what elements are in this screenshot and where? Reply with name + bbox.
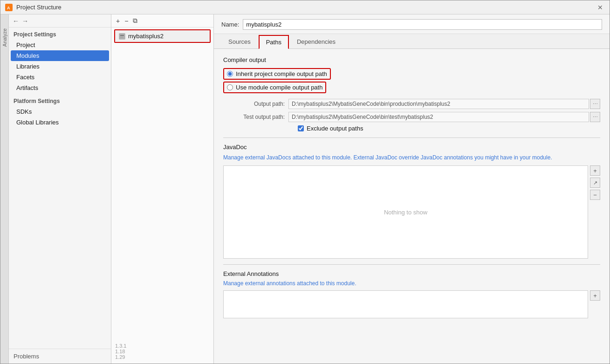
title-bar-left: A Project Structure [5,4,62,11]
javadoc-list-area: Nothing to show + ↗ − [223,165,600,259]
content-area: Analyze ← → Project Settings Project Mod… [0,14,610,364]
project-settings-label: Project Settings [9,27,111,40]
close-button[interactable]: ✕ [596,4,605,11]
output-path-row: Output path: ⋯ [223,99,600,109]
back-arrow[interactable]: ← [13,17,19,25]
version-1: 1.3.1 [115,343,210,349]
module-name: mybatisplus2 [128,33,164,40]
javadoc-link-button[interactable]: ↗ [590,178,600,188]
javadoc-section: JavaDoc Manage external JavaDocs attache… [223,144,600,259]
output-path-label: Output path: [233,101,288,107]
module-icon [119,33,125,40]
tab-paths[interactable]: Paths [259,35,289,49]
platform-settings-label: Platform Settings [9,93,111,106]
test-output-path-browse[interactable]: ⋯ [590,112,600,122]
external-annotations-description: Manage external annotations attached to … [223,280,600,287]
test-output-path-input[interactable] [288,112,589,122]
sidebar-item-global-libraries[interactable]: Global Libraries [9,117,111,128]
javadoc-buttons: + ↗ − [590,165,600,259]
divider-1 [223,137,600,138]
output-path-input[interactable] [288,99,589,109]
radio-use-module-row: Use module compile output path [223,82,326,93]
title-bar: A Project Structure ✕ [0,0,610,14]
javadoc-description: Manage external JavaDocs attached to thi… [223,153,600,162]
sidebar-item-facets[interactable]: Facets [9,72,111,82]
sidebar-item-project[interactable]: Project [9,40,111,50]
ext-ann-buttons: + [590,290,600,318]
ext-ann-add-button[interactable]: + [590,290,600,301]
svg-rect-3 [120,35,124,36]
name-label: Name: [221,21,239,28]
window-title: Project Structure [16,4,62,11]
test-output-path-row: Test output path: ⋯ [223,112,600,122]
sidebar-item-libraries[interactable]: Libraries [9,61,111,72]
problems-label[interactable]: Problems [14,353,106,360]
javadoc-list: Nothing to show [223,165,588,259]
module-list-toolbar: + − ⧉ [111,14,213,27]
svg-text:A: A [7,6,10,10]
nav-arrows: ← → [9,14,111,27]
javadoc-title: JavaDoc [223,144,600,151]
exclude-checkbox-row: Exclude output paths [223,125,600,132]
version-3: 1.29 [115,354,210,360]
ext-ann-list [223,290,588,318]
tab-sources[interactable]: Sources [221,35,258,48]
output-path-browse[interactable]: ⋯ [590,99,600,109]
forward-arrow[interactable]: → [22,17,28,25]
tab-dependencies[interactable]: Dependencies [290,35,343,48]
project-structure-window: A Project Structure ✕ Analyze ← → Projec… [0,0,610,364]
radio-group: Inherit project compile output path Use … [223,68,600,93]
sidebar: ← → Project Settings Project Modules Lib… [9,14,111,364]
exclude-checkbox[interactable] [298,125,304,131]
name-row: Name: [214,14,610,34]
radio-use-module-input[interactable] [227,84,233,90]
test-output-path-label: Test output path: [233,114,288,120]
tabs-row: Sources Paths Dependencies [214,34,610,49]
javadoc-add-button[interactable]: + [590,165,600,176]
sidebar-item-artifacts[interactable]: Artifacts [9,82,111,93]
radio-inherit-input[interactable] [227,71,233,77]
copy-module-button[interactable]: ⧉ [132,17,138,25]
svg-rect-2 [119,34,125,39]
analyze-label[interactable]: Analyze [2,28,7,47]
main-panel: Name: Sources Paths Dependencies Compile… [214,14,610,364]
divider-2 [223,264,600,265]
compiler-output-title: Compiler output [223,56,600,63]
app-icon: A [5,4,13,11]
external-annotations-section: External Annotations Manage external ann… [223,270,600,318]
radio-inherit-row: Inherit project compile output path [223,68,331,80]
nothing-to-show: Nothing to show [384,209,427,216]
version-2: 1.18 [115,349,210,354]
module-list-item[interactable]: mybatisplus2 [114,29,211,43]
name-input[interactable] [243,19,602,30]
external-annotations-title: External Annotations [223,270,600,277]
remove-module-button[interactable]: − [123,17,129,25]
sidebar-item-modules[interactable]: Modules [11,50,109,61]
svg-rect-4 [120,37,123,37]
ext-ann-list-area: + [223,290,600,318]
panel-content: Compiler output Inherit project compile … [214,49,610,364]
radio-inherit-label: Inherit project compile output path [236,70,327,77]
add-module-button[interactable]: + [115,17,121,25]
exclude-checkbox-label: Exclude output paths [307,125,363,132]
left-sidebar-strip: Analyze [0,14,9,364]
radio-use-module-label: Use module compile output path [236,84,322,91]
javadoc-remove-button[interactable]: − [590,190,600,200]
problems-section: Problems [9,349,111,364]
version-area: 1.3.1 1.18 1.29 [111,339,213,364]
sidebar-item-sdks[interactable]: SDKs [9,106,111,117]
module-list-panel: + − ⧉ mybatisplus2 1.3.1 1.18 1.29 [111,14,214,364]
